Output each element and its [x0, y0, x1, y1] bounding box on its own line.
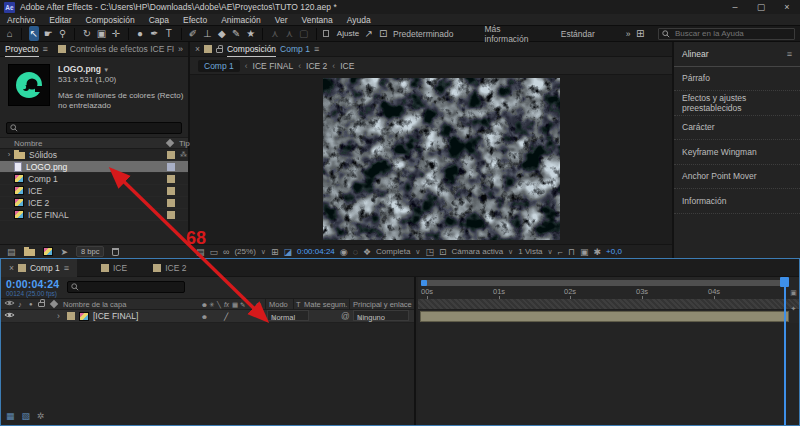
target-region-icon[interactable]: ◳ — [425, 247, 434, 257]
panel-alinear[interactable]: Alinear ≡ — [674, 42, 800, 67]
puppet-pin-tool-icon[interactable]: ★ — [246, 26, 255, 41]
blend-mode-dropdown[interactable]: Normal ∨ — [267, 310, 309, 321]
label-swatch[interactable] — [167, 187, 175, 195]
rotation-tool-icon[interactable]: ↻ — [82, 26, 91, 41]
label-column-icon[interactable] — [166, 139, 174, 147]
layer-row-ice-final[interactable]: › [ICE FINAL] ☻ ╱ Normal ∨ @ Ninguno ∨ — [1, 310, 414, 323]
timeline-search-box[interactable] — [67, 281, 185, 293]
timeline-button-icon[interactable]: ▣ — [580, 247, 589, 257]
label-swatch[interactable] — [167, 211, 175, 219]
project-list-header[interactable]: Nombre Tipo — [0, 137, 188, 149]
grid-guides-icon[interactable]: ⊞ — [271, 247, 279, 257]
column-track-matte[interactable]: Mate segum. — [304, 299, 347, 310]
minimize-button[interactable]: – — [722, 0, 748, 14]
panel-keyframe-wingman[interactable]: Keyframe Wingman — [674, 140, 800, 165]
selection-tool-icon[interactable]: ↖ — [29, 26, 38, 41]
layer-shy-icon[interactable]: ☻ — [201, 310, 208, 323]
mini-flowchart-icon[interactable]: ▤ — [196, 247, 205, 257]
resolution-icon[interactable]: ∞ — [223, 247, 229, 257]
menu-capa[interactable]: Capa — [149, 15, 169, 25]
timeline-tab-ice[interactable]: ICE — [93, 259, 135, 277]
label-swatch[interactable] — [167, 151, 175, 159]
workspace-mas-informacion[interactable]: Más información — [485, 24, 530, 44]
menu-ventana[interactable]: Ventana — [302, 15, 333, 25]
breadcrumb-ice[interactable]: ICE — [340, 61, 354, 71]
tab-composicion[interactable]: Composición — [227, 42, 276, 57]
lock-icon[interactable] — [216, 48, 223, 53]
project-item-comp-1[interactable]: Comp 1 — [0, 173, 188, 185]
composition-viewer[interactable] — [190, 75, 672, 244]
layer-expander-icon[interactable]: › — [57, 310, 60, 323]
expand-layer-switches-button[interactable]: ▦ — [6, 411, 15, 421]
panel-efectos-y-ajustes[interactable]: Efectos y ajustes preestablecidos — [674, 91, 800, 116]
project-tabs-overflow-icon[interactable]: » — [178, 44, 183, 54]
column-nombre[interactable]: Nombre — [14, 139, 42, 148]
show-snapshot-icon[interactable]: ◌ — [353, 247, 358, 257]
tab-close-icon[interactable]: × — [9, 263, 14, 273]
preview-dropdown-icon[interactable]: ▼ — [103, 67, 109, 73]
current-time-indicator-line[interactable] — [784, 277, 786, 425]
pixel-aspect-icon[interactable]: ⌐ — [558, 247, 563, 257]
fit-frame-icon[interactable]: ⊡ — [379, 26, 388, 41]
eraser-tool-icon[interactable]: ◆ — [217, 26, 226, 41]
menu-ayuda[interactable]: Ayuda — [347, 15, 371, 25]
timeline-zoom-scrollbar[interactable] — [421, 280, 786, 286]
project-item-ice-final[interactable]: ICE FINAL — [0, 209, 188, 221]
new-composition-icon[interactable] — [43, 247, 53, 256]
column-parent-link[interactable]: Principal y enlace — [353, 299, 412, 310]
timeline-menu-icon[interactable]: ≡ — [64, 263, 69, 273]
graph-editor-icon[interactable]: ✦ — [791, 305, 797, 313]
current-timecode[interactable]: 0:00:04:24 — [6, 279, 63, 290]
interpret-footage-icon[interactable]: ▤ — [7, 247, 16, 257]
work-area-bar[interactable] — [418, 299, 799, 310]
close-button[interactable]: × — [774, 0, 800, 14]
layer-quality-icon[interactable]: ╱ — [224, 310, 228, 323]
column-mode[interactable]: Modo — [269, 299, 288, 310]
label-swatch[interactable] — [167, 163, 175, 171]
hand-tool-icon[interactable]: ☛ — [44, 26, 53, 41]
parent-dropdown[interactable]: Ninguno ∨ — [353, 310, 409, 321]
comp-tab-close-icon[interactable]: × — [195, 44, 200, 54]
camera-tool-icon[interactable]: ▣ — [97, 26, 106, 41]
mask-visibility-icon[interactable]: ◪ — [283, 247, 292, 257]
parent-pickwhip-icon[interactable]: @ — [341, 310, 350, 323]
home-tool-icon[interactable]: ⌂ — [5, 26, 14, 41]
comp-panel-menu-icon[interactable]: ≡ — [314, 44, 319, 54]
manage-workspaces-icon[interactable]: ⊞ — [636, 26, 645, 41]
project-panel-menu-icon[interactable]: ≡ — [43, 44, 48, 54]
project-search-box[interactable] — [6, 122, 182, 134]
tab-proyecto[interactable]: Proyecto — [5, 42, 39, 57]
timeline-tab-ice-2[interactable]: ICE 2 — [145, 259, 194, 277]
label-swatch[interactable] — [167, 199, 175, 207]
show-channel-icon[interactable]: ▭ — [210, 247, 219, 257]
project-item-ice-2[interactable]: ICE 2 — [0, 197, 188, 209]
pan-behind-tool-icon[interactable]: ✛ — [111, 26, 120, 41]
create-proxy-icon[interactable]: ➤ — [61, 247, 69, 257]
flowchart-button-icon[interactable]: ✱ — [593, 247, 601, 257]
column-layer-name[interactable]: Nombre de la capa — [63, 299, 126, 310]
bit-depth-button[interactable]: 8 bpc — [76, 246, 104, 257]
menu-efecto[interactable]: Efecto — [183, 15, 207, 25]
roto-brush-tool-icon[interactable]: ✎ — [232, 26, 241, 41]
comp-tab-name[interactable]: Comp 1 — [280, 44, 310, 54]
menu-composicion[interactable]: Composición — [86, 15, 135, 25]
resolution-dropdown[interactable]: Completa — [376, 247, 410, 256]
workspace-predeterminado[interactable]: Predeterminado — [393, 29, 453, 39]
panel-parrafo[interactable]: Párrafo — [674, 67, 800, 92]
project-item-solidos[interactable]: › Sólidos ⁂ — [0, 149, 188, 161]
clone-stamp-tool-icon[interactable]: ⊥ — [203, 26, 212, 41]
layer-name[interactable]: [ICE FINAL] — [93, 310, 138, 323]
project-item-ice[interactable]: ICE — [0, 185, 188, 197]
tab-effect-controls[interactable]: Controles de efectos ICE FINA — [70, 44, 174, 54]
region-of-interest-icon[interactable]: ⊡ — [439, 247, 447, 257]
time-ruler[interactable]: 00s 01s 02s 03s 04s — [418, 287, 799, 299]
viewer-timecode[interactable]: 0:00:04:24 — [297, 247, 335, 256]
breadcrumb-ice-final[interactable]: ICE FINAL — [253, 61, 294, 71]
exposure-value[interactable]: +0,0 — [606, 247, 622, 256]
maximize-button[interactable]: ▢ — [748, 0, 774, 14]
comp-button-icon[interactable]: ▣ — [790, 289, 797, 297]
timeline-tab-comp-1[interactable]: × Comp 1 ≡ — [1, 259, 77, 277]
magnification-dropdown[interactable]: (25%) — [234, 247, 255, 256]
expand-transfer-controls-button[interactable]: ▧ — [22, 411, 31, 421]
column-t[interactable]: T — [296, 299, 301, 310]
